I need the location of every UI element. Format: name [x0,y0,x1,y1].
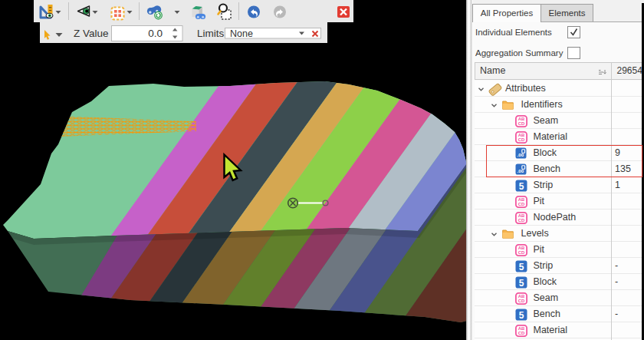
svg-text:Limits: Limits [197,28,225,39]
svg-text:None: None [230,28,253,39]
svg-text:Z Value: Z Value [74,28,109,39]
svg-text:CD: CD [518,218,525,223]
svg-text:5: 5 [519,262,524,272]
svg-text:CD: CD [518,250,525,255]
svg-text:CD: CD [518,331,525,335]
svg-text:0.0: 0.0 [148,28,163,39]
svg-text:CD: CD [518,137,525,142]
svg-text:CD: CD [518,121,525,126]
svg-text:5: 5 [519,310,524,321]
svg-text:CD: CD [518,299,525,303]
svg-text:CD: CD [518,202,525,206]
svg-text:5: 5 [519,278,524,289]
svg-text:5: 5 [519,181,524,192]
